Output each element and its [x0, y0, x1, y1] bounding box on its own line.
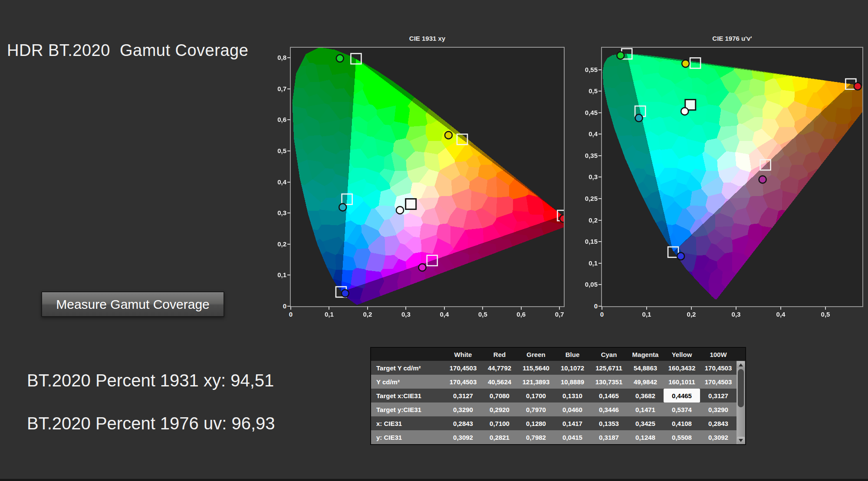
table-cell[interactable]: 0,4108: [664, 416, 700, 430]
table-cell[interactable]: 0,2920: [481, 402, 518, 416]
scroll-down-button[interactable]: [737, 437, 745, 444]
table-cell[interactable]: 49,9842: [627, 375, 664, 389]
cie-1976-plot: 00,050,10,150,20,250,30,350,40,450,50,55…: [601, 47, 863, 307]
result-1976-value: 96,93: [231, 414, 275, 433]
table-cell[interactable]: 0,3127: [445, 389, 481, 402]
table-cell[interactable]: 0,3682: [627, 389, 664, 402]
y-axis-tick-label: 0: [577, 302, 598, 310]
table-header-cyan: Cyan: [591, 348, 627, 361]
table-cell[interactable]: 10,8889: [554, 375, 591, 389]
table-cell[interactable]: 10,1072: [554, 361, 591, 375]
table-cell[interactable]: 0,2843: [700, 416, 736, 430]
table-cell[interactable]: 44,7792: [481, 361, 518, 375]
table-cell[interactable]: 0,1353: [591, 416, 627, 430]
table-cell[interactable]: 170,4503: [700, 375, 736, 389]
y-axis-tick-label: 0,1: [577, 259, 598, 267]
table-row-label: x: CIE31: [371, 416, 445, 430]
table-cell[interactable]: 121,3893: [518, 375, 554, 389]
x-axis-tick-label: 0: [592, 311, 612, 318]
result-1931-label: BT.2020 Percent 1931 xy:: [27, 371, 226, 390]
table-cell[interactable]: 0,3092: [445, 430, 481, 444]
table-header-red: Red: [481, 348, 518, 361]
table-cell[interactable]: 0,0415: [554, 430, 591, 444]
table-cell[interactable]: 0,3127: [700, 389, 736, 402]
table-cell[interactable]: 170,4503: [700, 361, 736, 375]
table-cell[interactable]: 0,3290: [445, 402, 481, 416]
table-cell[interactable]: 170,4503: [445, 375, 481, 389]
table-cell[interactable]: 0,0460: [554, 402, 591, 416]
y-axis-tick-label: 0,6: [266, 116, 286, 124]
table-corner-cell: [371, 348, 445, 361]
y-axis-tick-mark: [598, 134, 602, 134]
x-axis-tick-mark: [646, 307, 647, 310]
table-cell[interactable]: 0,3092: [700, 430, 736, 444]
table-cell[interactable]: 0,3187: [591, 430, 627, 444]
scrollbar-thumb[interactable]: [738, 369, 744, 407]
y-axis-tick-mark: [287, 119, 290, 120]
table-scrollbar[interactable]: [736, 361, 745, 444]
table-row-label: Target x:CIE31: [371, 389, 445, 402]
table-cell[interactable]: 0,7100: [481, 416, 518, 430]
y-axis-tick-mark: [287, 182, 290, 183]
table-cell[interactable]: 0,2821: [481, 430, 518, 444]
scroll-up-button[interactable]: [737, 361, 745, 368]
y-axis-tick-label: 0,2: [577, 216, 598, 224]
y-axis-tick-mark: [598, 91, 602, 92]
table-cell-highlighted[interactable]: 0,4465: [664, 389, 700, 402]
y-axis-tick-label: 0,55: [577, 66, 598, 74]
y-axis-tick-mark: [598, 220, 602, 221]
x-axis-tick-label: 0,4: [434, 311, 455, 318]
table-cell[interactable]: 160,1011: [664, 375, 700, 389]
y-axis-tick-label: 0,05: [577, 281, 598, 288]
table-row: Target y:CIE310,32900,29200,79700,04600,…: [371, 402, 736, 416]
table-cell[interactable]: 0,1248: [627, 430, 664, 444]
app-window: HDR BT.2020 Gamut Coverage CIE 1931 xy 0…: [0, 0, 868, 481]
table-cell[interactable]: 160,3432: [664, 361, 700, 375]
table-row: Y cd/m²170,450340,5624121,389310,8889130…: [371, 375, 736, 389]
table-cell[interactable]: 0,2843: [445, 416, 481, 430]
x-axis-tick-mark: [691, 307, 692, 310]
table-row: Target Y cd/m²170,450344,7792115,564010,…: [371, 361, 736, 375]
table-cell[interactable]: 0,7970: [518, 402, 554, 416]
x-axis-tick-mark: [367, 307, 368, 310]
y-axis-tick-label: 0,7: [266, 85, 286, 93]
table-cell[interactable]: 0,1465: [591, 389, 627, 402]
table-cell[interactable]: 0,3446: [591, 402, 627, 416]
table-cell[interactable]: 0,1471: [627, 402, 664, 416]
table-cell[interactable]: 0,7080: [481, 389, 518, 402]
table-row: x: CIE310,28430,71000,12800,14170,13530,…: [371, 416, 736, 430]
y-axis-tick-label: 0,1: [266, 271, 286, 279]
table-cell[interactable]: 0,5508: [664, 430, 700, 444]
table-row-label: y: CIE31: [371, 430, 445, 444]
table-cell[interactable]: 0,3425: [627, 416, 664, 430]
bt2020-percent-1931-readout: BT.2020 Percent 1931 xy: 94,51: [27, 371, 274, 390]
x-axis-tick-label: 0,2: [357, 311, 378, 318]
table-cell[interactable]: 125,6711: [591, 361, 627, 375]
y-axis-tick-label: 0,45: [577, 109, 598, 117]
result-1976-label: BT.2020 Percent 1976 uv:: [27, 414, 227, 433]
y-axis-tick-mark: [598, 263, 602, 264]
x-axis-tick-mark: [780, 307, 781, 310]
table-cell[interactable]: 115,5640: [518, 361, 554, 375]
measure-gamut-coverage-button[interactable]: Measure Gamut Coverage: [41, 291, 224, 317]
x-axis-tick-label: 0,3: [726, 311, 746, 318]
table-cell[interactable]: 0,1417: [554, 416, 591, 430]
table-cell[interactable]: 54,8863: [627, 361, 664, 375]
table-cell[interactable]: 0,1310: [554, 389, 591, 402]
x-axis-tick-label: 0,1: [636, 311, 657, 318]
table-cell[interactable]: 130,7351: [591, 375, 627, 389]
table-cell[interactable]: 0,7982: [518, 430, 554, 444]
table-cell[interactable]: 0,3290: [700, 402, 736, 416]
table-cell[interactable]: 40,5624: [481, 375, 518, 389]
table-cell[interactable]: 0,1280: [518, 416, 554, 430]
x-axis-tick-label: 0: [280, 311, 301, 318]
table-cell[interactable]: 170,4503: [445, 361, 481, 375]
table-cell[interactable]: 0,5374: [664, 402, 700, 416]
table-row-label: Y cd/m²: [371, 375, 445, 389]
x-axis-tick-label: 0,6: [511, 311, 532, 318]
x-axis-tick-mark: [290, 307, 291, 310]
table-cell[interactable]: 0,1700: [518, 389, 554, 402]
x-axis-tick-mark: [482, 307, 483, 310]
x-axis-tick-mark: [736, 307, 736, 310]
x-axis-tick-mark: [825, 307, 826, 310]
